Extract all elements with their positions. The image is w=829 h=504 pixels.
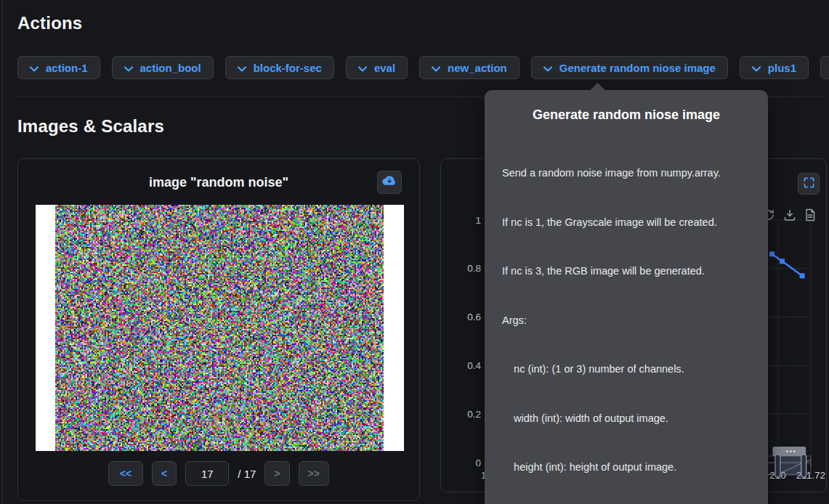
images-scalars-section-title: Images & Scalars	[17, 116, 164, 137]
description-line: If nc is 1, the Grayscale image will be …	[502, 214, 751, 231]
description-line: width (int): width of output image.	[502, 410, 751, 427]
chart-toolbar	[762, 208, 816, 224]
last-page-button[interactable]: >>	[299, 461, 329, 486]
page-total-label: / 17	[238, 468, 256, 480]
action-button-action-1[interactable]: action-1	[17, 56, 100, 79]
action-popup: Generate random niose image Send a rando…	[485, 90, 768, 504]
image-card: image "random noise" << < / 17 > >>	[17, 158, 420, 501]
chevron-down-icon	[752, 62, 761, 74]
popup-description: Send a random noise image from numpy.arr…	[502, 132, 751, 504]
description-line: If nc is 3, the RGB image will be genera…	[502, 263, 751, 280]
action-button-generate-random-niose-image[interactable]: Generate random niose image	[531, 56, 728, 79]
chevron-down-icon	[358, 62, 367, 74]
svg-text:0.4: 0.4	[467, 360, 481, 371]
action-button-eval[interactable]: eval	[346, 56, 408, 79]
download-icon[interactable]	[783, 208, 796, 224]
pagination: << < / 17 > >>	[18, 461, 419, 486]
prev-page-button[interactable]: <	[152, 461, 177, 486]
description-line: Args:	[502, 312, 751, 329]
action-button-label: block-for-sec	[254, 62, 322, 74]
random-noise-image	[55, 205, 384, 451]
chevron-down-icon	[124, 62, 133, 74]
action-button-block-for-sec[interactable]: block-for-sec	[225, 56, 334, 79]
image-frame	[36, 205, 404, 451]
first-page-button[interactable]: <<	[108, 461, 143, 486]
chevron-down-icon	[238, 62, 246, 74]
actions-button-row: action-1 action_bool block-for-sec eval …	[17, 56, 829, 79]
svg-text:0.8: 0.8	[467, 263, 481, 274]
svg-text:1: 1	[475, 215, 481, 226]
action-button-label: plus1	[768, 62, 796, 74]
description-line: height (int): height of output image.	[502, 459, 751, 476]
action-button-plus1[interactable]: plus1	[740, 56, 809, 79]
chevron-down-icon	[30, 62, 39, 74]
page-number-input[interactable]	[185, 461, 229, 486]
description-line: Send a random noise image from numpy.arr…	[502, 165, 751, 182]
cloud-download-button[interactable]	[377, 171, 402, 194]
actions-section-title: Actions	[17, 13, 82, 33]
action-button-new-action[interactable]: new_action	[419, 56, 519, 79]
action-button-label: action_bool	[140, 62, 201, 74]
action-button-label: eval	[374, 62, 395, 74]
action-button-label: new_action	[448, 62, 507, 74]
chevron-down-icon	[432, 62, 440, 74]
description-line: nc (int): (1 or 3) number of channels.	[502, 361, 751, 378]
data-view-icon[interactable]	[804, 208, 816, 224]
svg-text:0: 0	[475, 458, 481, 468]
chevron-down-icon	[543, 62, 552, 74]
action-button-label: Generate random niose image	[559, 62, 716, 74]
image-card-title: image "random noise"	[18, 175, 419, 190]
action-button-action-bool[interactable]: action_bool	[112, 56, 214, 79]
svg-text:0.6: 0.6	[467, 312, 481, 322]
popup-title: Generate random niose image	[502, 107, 751, 123]
svg-text:0.2: 0.2	[467, 409, 481, 420]
action-button-label: action-1	[46, 62, 88, 74]
next-page-button[interactable]: >	[264, 461, 289, 486]
cloud-download-icon	[382, 175, 397, 190]
action-button-clipped[interactable]	[820, 56, 829, 79]
left-rail	[2, 0, 3, 504]
